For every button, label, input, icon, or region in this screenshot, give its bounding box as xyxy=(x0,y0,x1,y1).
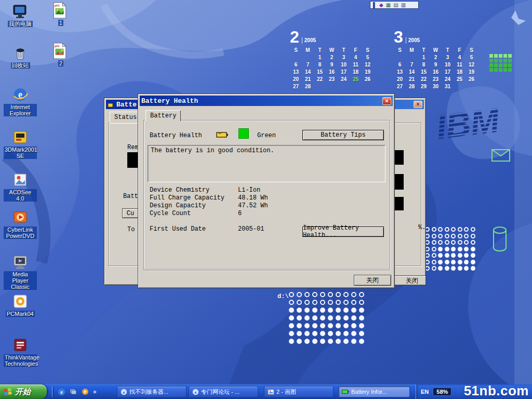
desktop-icon-powerdvd[interactable]: CyberLink PowerDVD xyxy=(3,209,37,239)
calendar-date: 8 xyxy=(314,61,326,69)
envelope-icon xyxy=(491,149,510,164)
dot xyxy=(464,234,469,238)
desktop-icon-media-player-classic[interactable]: Media Player Classic xyxy=(3,254,37,290)
calendar-date xyxy=(394,54,406,61)
dot xyxy=(458,253,462,258)
current-button-fragment[interactable]: Cu xyxy=(122,208,139,218)
dot xyxy=(328,331,333,336)
calendar-date: 11 xyxy=(454,61,466,69)
calendar-day-header: T xyxy=(314,47,326,54)
dot xyxy=(289,308,294,313)
condition-textbox[interactable]: The battery is in good condition. xyxy=(148,145,385,182)
dot xyxy=(289,339,294,344)
dot xyxy=(336,339,341,344)
desktop-icon-internet-explorer[interactable]: e Internet Explorer xyxy=(3,86,37,116)
close-button[interactable]: × xyxy=(382,97,391,105)
dot xyxy=(464,253,469,258)
tab-status[interactable]: Status xyxy=(110,112,141,123)
calendar-date: 19 xyxy=(362,69,374,76)
dot xyxy=(320,292,325,297)
desktop-icon-label: 我的电脑 xyxy=(8,21,33,27)
taskbar-task-ie-server[interactable]: e 找不到服务器... xyxy=(117,386,187,397)
calendar-date: 18 xyxy=(454,69,466,76)
taskbar: 开始 e » e 找不到服务器... e 专门网论坛 - ... 2 - 画图 … xyxy=(0,384,532,399)
calendar-year: 2005 xyxy=(302,37,316,44)
dot xyxy=(451,227,456,232)
calendar-date: 31 xyxy=(442,83,454,90)
dot xyxy=(336,315,341,321)
window-title: Batte xyxy=(116,101,137,109)
field-value: 47.52 Wh xyxy=(238,202,268,210)
dot xyxy=(458,260,462,264)
close-button[interactable]: × xyxy=(414,101,422,108)
desktop-icon-pcmark04[interactable]: PCMark04 xyxy=(3,293,37,317)
quick-launch-overflow-chevron[interactable]: » xyxy=(93,388,97,395)
desktop-icon-3dmark2001[interactable]: 3DMark2001 SE xyxy=(3,129,37,159)
battery-tips-button[interactable]: Battery Tips xyxy=(302,130,384,140)
dot xyxy=(289,315,294,321)
field-value: 2005-01 xyxy=(238,225,264,233)
dot xyxy=(432,227,436,232)
calendar-date: 23 xyxy=(430,76,442,83)
lines-glyph: ▤ xyxy=(393,3,398,8)
tray-battery-indicator[interactable]: 58% xyxy=(433,388,451,396)
quick-launch-desktop-icon[interactable] xyxy=(69,388,77,396)
battery-icon xyxy=(216,131,229,140)
calendar-day-header: F xyxy=(350,47,362,54)
calendar-date xyxy=(406,54,418,61)
battery-health-dialog[interactable]: Battery Health × Battery Battery Health … xyxy=(138,94,395,288)
battery-health-titlebar[interactable]: Battery Health × xyxy=(140,96,393,106)
taskbar-task-ie-forum[interactable]: e 专门网论坛 - ... xyxy=(189,386,258,397)
dot xyxy=(297,331,302,336)
quick-launch-media-icon[interactable] xyxy=(81,388,89,396)
dot xyxy=(351,323,356,328)
close-dialog-button[interactable]: 关闭 xyxy=(354,275,391,286)
calendar-date: 5 xyxy=(466,54,477,61)
dot xyxy=(445,260,449,264)
dot xyxy=(445,240,449,245)
tab-battery[interactable]: Battery xyxy=(145,110,181,121)
desktop-file-jpg-1[interactable]: JPG 1 xyxy=(47,2,75,26)
dot xyxy=(312,308,317,313)
desktop-icon-my-computer[interactable]: 我的电脑 xyxy=(3,3,37,27)
close-window-button[interactable]: 关闭 xyxy=(393,275,426,285)
dot xyxy=(458,247,462,251)
desktop-icon-recycle-bin[interactable]: 回收站 xyxy=(3,45,37,69)
improve-battery-health-button[interactable]: Improve Battery Health... xyxy=(302,227,384,237)
dot xyxy=(328,292,333,297)
dot xyxy=(359,292,364,297)
taskbar-task-paint[interactable]: 2 - 画图 xyxy=(264,386,334,397)
desktop-icon-acdsee[interactable]: ACDSee 4.0 xyxy=(3,171,37,202)
dot xyxy=(438,253,443,258)
my-computer-icon xyxy=(12,3,29,20)
calendar-date: 4 xyxy=(454,54,466,61)
system-tray: EN 58% xyxy=(416,384,532,399)
task-label: Battery Infor... xyxy=(351,389,387,395)
calendar-month-number: 2 xyxy=(290,29,299,45)
battery-fields: Device ChemistryLi-IonFull Charge Capaci… xyxy=(150,187,268,233)
start-button[interactable]: 开始 xyxy=(0,384,47,399)
desktop-icon-label: 3DMark2001 SE xyxy=(4,147,37,159)
desktop-file-jpg-2[interactable]: JPG 2 xyxy=(47,43,75,66)
dot xyxy=(304,292,310,297)
language-indicator[interactable]: EN xyxy=(421,389,429,395)
dot xyxy=(438,234,443,238)
calendar-date: 3 xyxy=(442,54,454,61)
taskbar-task-battery-information[interactable]: Battery Infor... xyxy=(338,386,410,397)
task-label: 专门网论坛 - ... xyxy=(201,388,240,396)
battery-app-icon xyxy=(108,101,114,108)
dot xyxy=(471,247,475,251)
dot xyxy=(328,300,333,305)
grid-glyph: ▦ xyxy=(386,3,391,8)
calendar-date: 14 xyxy=(302,69,314,76)
desktop-icon-thinkvantage[interactable]: ThinkVantage Technologies xyxy=(3,337,37,367)
toolbar-grip[interactable] xyxy=(52,387,54,397)
dot xyxy=(359,339,364,344)
quick-launch-ie-icon[interactable]: e xyxy=(57,388,65,396)
ie-icon: e xyxy=(121,389,127,395)
calendar-day-header: F xyxy=(454,47,466,54)
dot xyxy=(328,323,333,328)
calendar-date: 13 xyxy=(394,69,406,76)
task-label: 2 - 画图 xyxy=(276,388,296,396)
dot xyxy=(336,300,341,305)
